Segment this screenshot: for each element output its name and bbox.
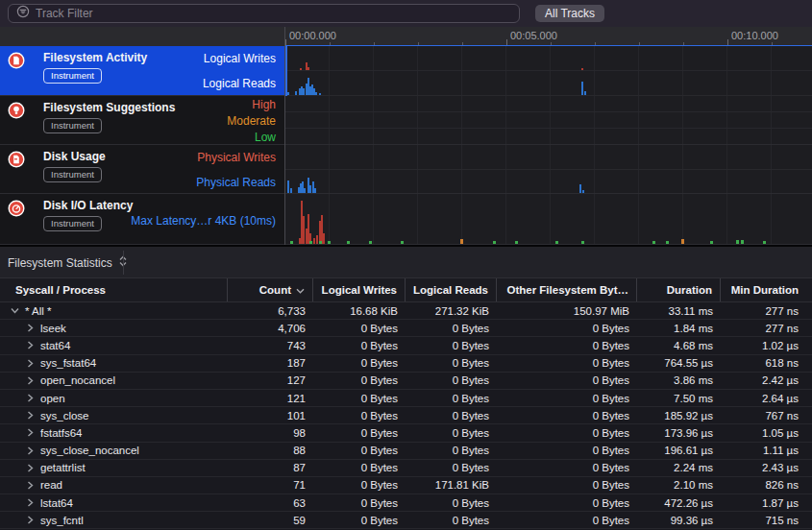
statistics-toolbar: Filesystem Statistics <box>0 247 812 278</box>
table-row[interactable]: stat647430 Bytes0 Bytes0 Bytes4.68 ms1.0… <box>0 337 812 354</box>
cell-syscall-process: sys_close_nocancel <box>0 445 228 456</box>
table-row[interactable]: sys_close_nocancel880 Bytes0 Bytes0 Byte… <box>0 443 812 460</box>
lane-label-moderate: Moderate <box>227 114 276 128</box>
filter-icon <box>16 5 30 22</box>
cell-duration: 3.86 ms <box>637 374 721 386</box>
column-header-duration[interactable]: Duration <box>637 278 721 301</box>
ruler-time-label: 00:05.000 <box>510 30 557 41</box>
cell-min-duration: 2.42 µs <box>721 374 812 386</box>
chart-marker <box>652 241 655 244</box>
track-disk-usage[interactable]: Disk UsageInstrumentPhysical WritesPhysi… <box>0 145 284 194</box>
column-header-count[interactable]: Count <box>228 278 313 301</box>
chart-marker <box>736 240 739 244</box>
cell-syscall-process: lseek <box>0 323 228 334</box>
disclosure-chevron[interactable] <box>25 498 35 507</box>
cell-logical-reads: 0 Bytes <box>406 410 497 422</box>
lane-label-low: Low <box>255 131 276 144</box>
track-chart-disk-io-latency[interactable] <box>285 194 812 245</box>
column-header-min-duration[interactable]: Min Duration <box>721 278 812 301</box>
disclosure-chevron[interactable] <box>25 376 35 385</box>
timeline-ruler[interactable]: 00:00.00000:05.00000:10.000 <box>0 27 812 46</box>
disclosure-chevron[interactable] <box>25 428 35 437</box>
column-header-other-filesystem-byt-[interactable]: Other Filesystem Byt… <box>497 278 637 301</box>
chart-marker <box>555 241 558 244</box>
chart-bar <box>584 91 586 95</box>
chart-bar <box>581 82 583 95</box>
cell-logical-reads: 0 Bytes <box>406 515 497 526</box>
disclosure-chevron[interactable] <box>25 411 35 420</box>
table-row[interactable]: lstat64630 Bytes0 Bytes0 Bytes472.26 µs1… <box>0 494 812 512</box>
chart-lane <box>285 145 812 170</box>
column-header-syscall-process[interactable]: Syscall / Process <box>0 278 228 301</box>
chart-bar <box>287 92 289 95</box>
instrument-badge: Instrument <box>43 216 102 231</box>
track-title: Disk I/O Latency <box>43 199 133 212</box>
cell-logical-writes: 0 Bytes <box>313 427 406 439</box>
disclosure-chevron[interactable] <box>25 481 35 490</box>
disclosure-chevron[interactable] <box>25 359 35 368</box>
disclosure-chevron[interactable] <box>25 394 35 402</box>
track-filesystem-activity[interactable]: Filesystem ActivityInstrumentLogical Wri… <box>0 46 284 96</box>
track-disk-io-latency[interactable]: Disk I/O LatencyInstrumentMax Latency…r … <box>0 194 284 245</box>
cell-min-duration: 715 ns <box>721 515 812 526</box>
track-chart-filesystem-suggestions[interactable] <box>285 96 812 145</box>
track-filesystem-suggestions[interactable]: Filesystem SuggestionsInstrumentHighMode… <box>0 96 284 145</box>
cell-other-filesystem-byt-: 0 Bytes <box>497 479 637 491</box>
syscall-name: sys_close_nocancel <box>40 445 139 456</box>
all-tracks-button[interactable]: All Tracks <box>535 5 604 22</box>
cell-logical-reads: 0 Bytes <box>406 374 497 386</box>
lane-label-physical-writes: Physical Writes <box>197 151 276 164</box>
syscall-name: sys_fcntl <box>40 515 84 526</box>
instruments-window: Track Filter All Tracks 00:00.00000:05.0… <box>0 0 812 530</box>
table-row[interactable]: getattrlist870 Bytes0 Bytes0 Bytes2.24 m… <box>0 460 812 477</box>
disclosure-chevron[interactable] <box>25 446 35 455</box>
table-row[interactable]: fstatfs64980 Bytes0 Bytes0 Bytes173.96 µ… <box>0 424 812 442</box>
lane-label-high: High <box>252 98 276 111</box>
cell-duration: 7.50 ms <box>637 393 721 404</box>
statistics-type-selector[interactable]: Filesystem Statistics <box>8 253 127 273</box>
column-header-label: Min Duration <box>731 284 799 296</box>
chart-marker <box>581 241 584 244</box>
table-row[interactable]: sys_fstat641870 Bytes0 Bytes0 Bytes764.5… <box>0 355 812 373</box>
cell-count: 4,706 <box>228 323 313 334</box>
cell-duration: 185.92 µs <box>637 410 721 422</box>
cell-other-filesystem-byt-: 0 Bytes <box>497 323 637 334</box>
track-chart-disk-usage[interactable] <box>285 145 812 194</box>
table-row[interactable]: sys_close1010 Bytes0 Bytes0 Bytes185.92 … <box>0 407 812 424</box>
cell-count: 743 <box>228 340 313 351</box>
track-chart-filesystem-activity[interactable] <box>285 45 812 97</box>
table-row[interactable]: sys_fcntl590 Bytes0 Bytes0 Bytes99.36 µs… <box>0 512 812 529</box>
chart-marker <box>347 241 350 244</box>
lane-label-max-latency-r-4kb-10ms-: Max Latency…r 4KB (10ms) <box>131 214 276 228</box>
track-filter-input[interactable]: Track Filter <box>8 4 520 23</box>
chart-bar <box>315 92 317 95</box>
disclosure-chevron[interactable] <box>10 306 19 315</box>
syscall-name: stat64 <box>40 340 70 351</box>
table-row[interactable]: read710 Bytes171.81 KiB0 Bytes2.10 ms826… <box>0 477 812 494</box>
table-row[interactable]: * All *6,73316.68 KiB271.32 KiB150.97 Mi… <box>0 302 812 320</box>
cell-other-filesystem-byt-: 0 Bytes <box>497 462 637 473</box>
cell-logical-writes: 0 Bytes <box>313 497 406 509</box>
chart-lane <box>285 194 812 245</box>
table-row[interactable]: open_nocancel1270 Bytes0 Bytes0 Bytes3.8… <box>0 373 812 390</box>
cell-count: 71 <box>228 479 313 491</box>
disclosure-chevron[interactable] <box>25 464 35 472</box>
cell-logical-reads: 0 Bytes <box>406 497 497 509</box>
column-header-logical-writes[interactable]: Logical Writes <box>313 278 406 301</box>
cell-other-filesystem-byt-: 150.97 MiB <box>497 305 637 317</box>
cell-duration: 196.61 µs <box>637 445 721 456</box>
chart-lane <box>285 46 812 71</box>
disclosure-chevron[interactable] <box>25 341 35 349</box>
disclosure-chevron[interactable] <box>25 324 35 332</box>
cell-logical-writes: 16.68 KiB <box>313 305 406 317</box>
cell-count: 6,733 <box>228 305 313 317</box>
cell-min-duration: 1.02 µs <box>721 340 812 351</box>
disclosure-chevron[interactable] <box>25 516 35 524</box>
chart-bar <box>290 188 292 193</box>
track-title: Filesystem Suggestions <box>43 101 175 114</box>
chart-bar <box>295 91 297 95</box>
column-header-logical-reads[interactable]: Logical Reads <box>406 278 497 301</box>
column-header-label: Count <box>259 284 291 296</box>
table-row[interactable]: lseek4,7060 Bytes0 Bytes0 Bytes1.84 ms27… <box>0 320 812 337</box>
table-row[interactable]: open1210 Bytes0 Bytes0 Bytes7.50 ms2.64 … <box>0 390 812 407</box>
